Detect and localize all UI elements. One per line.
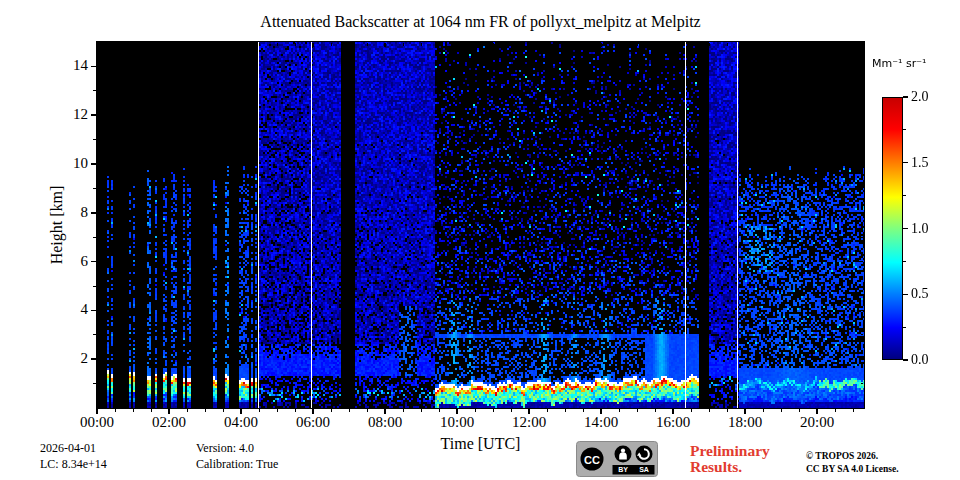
x-minor-tick-top [493, 43, 494, 46]
x-minor-tick-top [619, 43, 620, 46]
colorbar-tick-label: 1.0 [911, 221, 951, 237]
y-minor-tick-right [861, 188, 864, 189]
x-minor-tick-top [547, 43, 548, 46]
y-tick [91, 114, 96, 116]
x-minor-tick-top [799, 43, 800, 46]
x-tick-label: 00:00 [70, 414, 124, 431]
x-minor-tick-top [781, 43, 782, 46]
x-tick-top [240, 43, 242, 47]
x-tick-label: 10:00 [430, 414, 484, 431]
colorbar-minor-tick [903, 195, 906, 196]
x-minor-tick-top [583, 43, 584, 46]
x-minor-tick [511, 409, 512, 412]
colorbar-minor-tick [903, 129, 906, 130]
x-minor-tick-top [151, 43, 152, 46]
x-tick-top [96, 43, 98, 47]
x-minor-tick-top [655, 43, 656, 46]
x-minor-tick [439, 409, 440, 412]
cc-logo-text: CC [584, 454, 600, 466]
version-annotation: Version: 4.0 [196, 441, 254, 456]
x-tick-top [672, 43, 674, 47]
x-minor-tick [709, 409, 710, 412]
y-tick-right [859, 212, 863, 214]
x-minor-tick-top [259, 43, 260, 46]
x-minor-tick [259, 409, 260, 412]
x-minor-tick-top [637, 43, 638, 46]
y-tick-right [859, 358, 863, 360]
x-minor-tick [853, 409, 854, 412]
x-tick-label: 02:00 [142, 414, 196, 431]
x-minor-tick [763, 409, 764, 412]
x-minor-tick [547, 409, 548, 412]
colorbar-tick [903, 228, 908, 229]
colorbar-unit-label: Mm⁻¹ sr⁻¹ [872, 57, 926, 70]
x-minor-tick [691, 409, 692, 412]
x-minor-tick [619, 409, 620, 412]
x-minor-tick [223, 409, 224, 412]
x-minor-tick [475, 409, 476, 412]
x-minor-tick [835, 409, 836, 412]
x-minor-tick-top [277, 43, 278, 46]
y-minor-tick [93, 334, 96, 335]
x-minor-tick [349, 409, 350, 412]
preliminary-results-note: Preliminary Results. [690, 443, 810, 475]
x-minor-tick-top [187, 43, 188, 46]
x-minor-tick [205, 409, 206, 412]
x-minor-tick-top [727, 43, 728, 46]
y-minor-tick [93, 188, 96, 189]
y-tick-right [859, 310, 863, 312]
x-minor-tick-top [367, 43, 368, 46]
x-tick-top [168, 43, 170, 47]
y-tick-right [859, 163, 863, 165]
sa-label: SA [639, 466, 649, 473]
x-minor-tick [799, 409, 800, 412]
x-minor-tick-top [439, 43, 440, 46]
backscatter-heatmap [97, 42, 864, 408]
calibration-annotation: Calibration: True [196, 457, 278, 472]
y-tick-label: 2 [40, 350, 88, 367]
y-tick-label: 10 [40, 155, 88, 172]
x-tick-top [312, 43, 314, 47]
x-minor-tick-top [511, 43, 512, 46]
x-tick-top [816, 43, 818, 47]
y-minor-tick-right [861, 237, 864, 238]
x-minor-tick-top [709, 43, 710, 46]
x-minor-tick-top [565, 43, 566, 46]
colorbar-minor-tick [903, 261, 906, 262]
x-tick-label: 14:00 [574, 414, 628, 431]
y-tick-label: 12 [40, 106, 88, 123]
colorbar-tick-label: 2.0 [911, 89, 951, 105]
y-tick-label: 8 [40, 204, 88, 221]
x-minor-tick-top [115, 43, 116, 46]
colorbar [882, 97, 903, 360]
x-tick-label: 18:00 [718, 414, 772, 431]
y-minor-tick [93, 139, 96, 140]
x-minor-tick-top [349, 43, 350, 46]
page-title: Attenuated Backscatter at 1064 nm FR of … [97, 13, 864, 31]
x-tick-top [456, 43, 458, 47]
x-minor-tick [583, 409, 584, 412]
y-tick [91, 310, 96, 312]
x-minor-tick-top [223, 43, 224, 46]
x-tick-label: 06:00 [286, 414, 340, 431]
y-minor-tick-right [861, 286, 864, 287]
quicklook-figure: Attenuated Backscatter at 1064 nm FR of … [0, 0, 960, 480]
x-minor-tick [403, 409, 404, 412]
x-minor-tick [781, 409, 782, 412]
x-minor-tick-top [331, 43, 332, 46]
colorbar-minor-tick [903, 327, 906, 328]
x-minor-tick-top [421, 43, 422, 46]
x-minor-tick [133, 409, 134, 412]
by-label: BY [618, 466, 628, 473]
x-minor-tick [295, 409, 296, 412]
x-minor-tick-top [205, 43, 206, 46]
y-tick [91, 212, 96, 214]
y-minor-tick [93, 90, 96, 91]
x-minor-tick-top [763, 43, 764, 46]
x-minor-tick [565, 409, 566, 412]
y-tick-label: 14 [40, 57, 88, 74]
x-minor-tick [367, 409, 368, 412]
x-tick-top [744, 43, 746, 47]
date-annotation: 2026-04-01 [40, 441, 96, 456]
x-tick-top [528, 43, 530, 47]
